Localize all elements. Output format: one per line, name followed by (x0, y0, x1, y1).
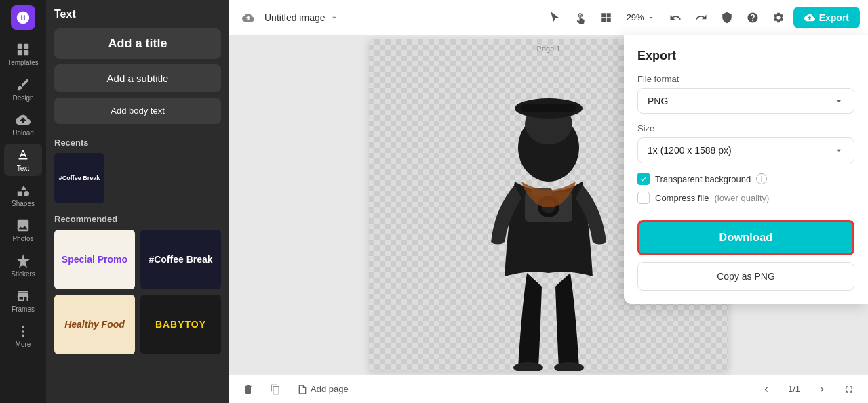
app-logo[interactable] (11, 5, 35, 30)
left-panel: Text Add a title Add a subtitle Add body… (46, 0, 229, 403)
icon-bar: Add a title Templates Design Upload Text… (0, 0, 46, 403)
trash-icon (243, 384, 254, 395)
svg-point-5 (22, 330, 24, 333)
file-format-select[interactable]: PNG (637, 88, 854, 114)
svg-point-6 (22, 335, 24, 337)
export-panel: Export File format PNG Size 1x (1200 x 1… (624, 35, 868, 304)
shield-button[interactable] (716, 7, 738, 28)
sidebar-item-stickers[interactable]: Stickers (4, 249, 42, 282)
main-area: Untitled image 29% (229, 0, 868, 403)
duplicate-icon (270, 384, 281, 395)
svg-rect-0 (18, 44, 22, 49)
page-indicator: 1/1 (783, 384, 806, 394)
recommended-label: Recommended (54, 214, 221, 224)
toolbar: 29% Export (544, 7, 860, 28)
sidebar-item-design[interactable]: Design (4, 73, 42, 106)
add-page-icon (297, 384, 308, 395)
format-chevron-icon (833, 96, 844, 106)
export-label: Export (819, 12, 849, 23)
title-chevron-icon (330, 13, 339, 22)
svg-point-15 (513, 362, 543, 371)
bottom-bar: Add page 1/1 (229, 375, 868, 403)
rec-item-babytoy[interactable]: BABYTOY (140, 295, 221, 354)
export-icon (804, 12, 815, 23)
settings-button[interactable] (768, 7, 789, 28)
download-button[interactable]: Download (637, 220, 854, 255)
svg-point-16 (554, 362, 584, 371)
rec-item-special-promo[interactable]: Special Promo (54, 230, 135, 289)
help-button[interactable] (742, 7, 764, 28)
compress-row: Compress file (lower quality) (637, 192, 854, 204)
size-label: Size (637, 123, 854, 133)
zoom-control[interactable]: 29% (621, 9, 660, 25)
export-button[interactable]: Export (793, 7, 860, 28)
add-subtitle-button[interactable]: Add a subtitle (54, 64, 221, 92)
document-title: Untitled image (264, 12, 326, 23)
file-format-value: PNG (648, 96, 668, 106)
expand-icon (844, 384, 854, 395)
transparent-bg-label: Transparent background (655, 174, 751, 184)
size-chevron-icon (833, 145, 844, 156)
add-page-label: Add page (311, 384, 349, 394)
sidebar-item-frames[interactable]: Frames (4, 284, 42, 317)
svg-point-4 (22, 326, 24, 328)
add-page-button[interactable]: Add page (292, 381, 354, 398)
add-title-button[interactable]: Add a title (54, 28, 221, 59)
compress-checkbox[interactable] (637, 192, 650, 204)
delete-button[interactable] (237, 381, 259, 398)
sidebar-item-text[interactable]: Text (4, 144, 42, 176)
sidebar-item-more[interactable]: More (4, 320, 42, 352)
person-image (454, 87, 644, 371)
sidebar-item-upload[interactable]: Upload (4, 108, 42, 141)
recents-grid: #Coffee Break (54, 153, 221, 203)
sidebar-item-photos[interactable]: Photos (4, 214, 42, 247)
compress-quality-label: (lower quality) (714, 193, 769, 203)
size-select[interactable]: 1x (1200 x 1588 px) (637, 137, 854, 163)
recents-label: Recents (54, 137, 221, 148)
duplicate-button[interactable] (264, 381, 286, 398)
prev-page-button[interactable] (755, 381, 777, 398)
check-icon (639, 175, 648, 183)
sidebar-item-shapes[interactable]: Shapes (4, 179, 42, 211)
compress-label: Compress file (655, 193, 709, 203)
next-page-button[interactable] (811, 381, 833, 398)
sidebar-item-templates[interactable]: Add a title Templates (4, 38, 42, 70)
svg-rect-10 (521, 104, 576, 112)
recent-item[interactable]: #Coffee Break (54, 153, 104, 203)
panel-title: Text (54, 8, 221, 20)
recommended-grid: Special Promo #Coffee Break Healthy Food… (54, 230, 221, 354)
next-page-icon (816, 384, 827, 395)
rec-item-healthy-food[interactable]: Healthy Food (54, 295, 135, 354)
save-to-cloud-button[interactable] (237, 7, 259, 28)
svg-rect-2 (18, 50, 22, 55)
expand-button[interactable] (838, 381, 860, 398)
size-value: 1x (1200 x 1588 px) (648, 145, 732, 156)
file-format-label: File format (637, 74, 854, 84)
top-bar: Untitled image 29% (229, 0, 868, 35)
redo-button[interactable] (690, 7, 712, 28)
hand-tool-button[interactable] (570, 7, 591, 28)
frame-tool-button[interactable] (595, 7, 617, 28)
page-label: Page 1 (537, 45, 561, 53)
zoom-level: 29% (627, 12, 644, 22)
zoom-chevron-icon (647, 14, 655, 22)
svg-rect-1 (24, 44, 28, 49)
pointer-tool-button[interactable] (544, 7, 566, 28)
transparent-bg-row: Transparent background i (637, 173, 854, 185)
undo-button[interactable] (665, 7, 686, 28)
rec-item-coffee-break[interactable]: #Coffee Break (140, 230, 221, 289)
copy-png-button[interactable]: Copy as PNG (637, 262, 854, 291)
prev-page-icon (761, 384, 772, 395)
transparent-bg-checkbox[interactable] (637, 173, 650, 185)
export-panel-title: Export (637, 49, 854, 63)
svg-rect-3 (24, 50, 28, 55)
transparent-bg-info-icon[interactable]: i (756, 173, 767, 184)
add-body-button[interactable]: Add body text (54, 98, 221, 124)
document-title-area[interactable]: Untitled image (264, 12, 339, 23)
